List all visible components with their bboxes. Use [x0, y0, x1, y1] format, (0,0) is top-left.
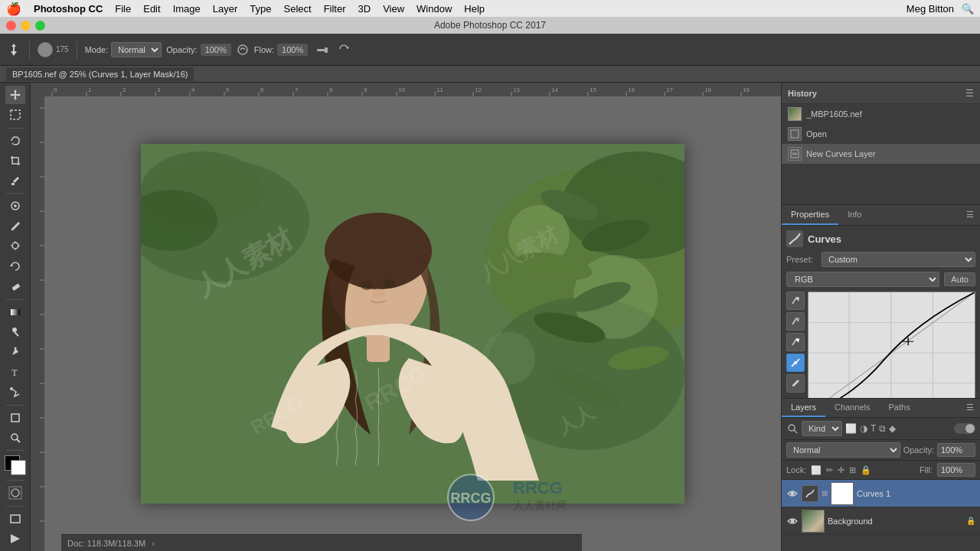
- menubar-right: Meg Bitton 🔍: [906, 3, 974, 15]
- crop-tool[interactable]: [5, 152, 25, 170]
- channel-select[interactable]: RGB Red Green Blue: [786, 272, 939, 287]
- flow-control: Flow: 100%: [254, 44, 308, 56]
- tab-layers[interactable]: Layers: [782, 399, 825, 417]
- spot-heal-tool[interactable]: [5, 197, 25, 215]
- shape-tool[interactable]: [5, 409, 25, 427]
- tab-channels[interactable]: Channels: [825, 399, 879, 417]
- pen-tool[interactable]: [5, 343, 25, 361]
- screen-mode[interactable]: [5, 509, 25, 527]
- lock-all-icon[interactable]: 🔒: [861, 465, 871, 475]
- brush-preview[interactable]: 175: [38, 42, 69, 57]
- nav-forward-icon[interactable]: ›: [152, 539, 155, 548]
- menu-help[interactable]: Help: [464, 3, 485, 15]
- blend-mode-select[interactable]: Normal: [786, 442, 900, 458]
- svg-rect-10: [11, 309, 20, 315]
- apple-menu[interactable]: 🍎: [6, 2, 21, 16]
- history-menu-icon[interactable]: ☰: [965, 88, 974, 99]
- airbrush-toggle[interactable]: [315, 43, 329, 57]
- svg-point-96: [361, 281, 373, 290]
- gradient-tool[interactable]: [5, 302, 25, 321]
- tab-properties[interactable]: Properties: [782, 205, 838, 225]
- zoom-tool[interactable]: [5, 429, 25, 447]
- fill-input[interactable]: 100%: [937, 463, 975, 477]
- layer-kind-select[interactable]: Kind: [802, 421, 842, 436]
- filter-smart-icon[interactable]: ◆: [889, 423, 896, 434]
- pressure-icon[interactable]: [236, 43, 250, 57]
- brush-tool[interactable]: [5, 217, 25, 235]
- tab-paths[interactable]: Paths: [880, 399, 920, 417]
- menu-window[interactable]: Window: [416, 3, 452, 15]
- clone-tool[interactable]: [5, 237, 25, 256]
- menu-view[interactable]: View: [383, 3, 404, 15]
- tool-selector[interactable]: [6, 42, 21, 57]
- search-icon[interactable]: 🔍: [962, 3, 974, 15]
- lock-artboard-icon[interactable]: ⊞: [849, 465, 856, 475]
- filter-shape-icon[interactable]: ⧉: [879, 423, 886, 434]
- selection-tool[interactable]: [5, 106, 25, 124]
- layers-menu-icon[interactable]: ☰: [960, 399, 980, 417]
- dodge-tool[interactable]: [5, 323, 25, 341]
- maximize-button[interactable]: [35, 21, 45, 31]
- filter-text-icon[interactable]: T: [871, 423, 876, 434]
- text-tool[interactable]: T: [5, 363, 25, 381]
- airbrush-icon: [315, 43, 329, 57]
- lock-move-icon[interactable]: ✛: [838, 465, 844, 475]
- layer-item-background[interactable]: Background 🔒: [782, 507, 980, 535]
- quick-mask-mode[interactable]: [5, 484, 25, 502]
- menu-3d[interactable]: 3D: [358, 3, 371, 15]
- layer-visibility-bg[interactable]: [786, 515, 799, 527]
- lock-transparent-icon[interactable]: ⬜: [811, 465, 822, 475]
- history-brush-tool[interactable]: [5, 257, 25, 276]
- sample-dark-btn[interactable]: [786, 292, 805, 310]
- mode-label: Mode:: [85, 45, 109, 54]
- menu-filter[interactable]: Filter: [324, 3, 346, 15]
- eraser-tool[interactable]: [5, 277, 25, 295]
- main-layout: T: [0, 83, 980, 551]
- auto-curves-button[interactable]: Auto: [944, 272, 975, 286]
- history-item-0[interactable]: _MBP1605.nef: [782, 104, 980, 124]
- menu-layer[interactable]: Layer: [213, 3, 238, 15]
- history-item-2[interactable]: New Curves Layer: [782, 144, 980, 164]
- mode-select[interactable]: Normal: [111, 42, 162, 57]
- prop-tabs: Properties Info ☰: [782, 205, 980, 226]
- minimize-button[interactable]: [21, 21, 31, 31]
- svg-text:3: 3: [157, 86, 161, 93]
- sample-mid-btn[interactable]: [786, 312, 805, 331]
- lt-sep-5: [6, 450, 24, 451]
- move-tool[interactable]: [5, 86, 25, 104]
- history-label-1: Open: [806, 129, 827, 139]
- pencil-curve-btn[interactable]: [786, 374, 805, 393]
- eyedropper-tool[interactable]: [5, 171, 25, 190]
- layer-visibility-curves[interactable]: [786, 487, 799, 500]
- filter-adjustment-icon[interactable]: ◑: [860, 423, 867, 434]
- menu-file[interactable]: File: [115, 3, 131, 15]
- close-button[interactable]: [6, 21, 16, 31]
- photo-canvas[interactable]: 人人素材 RRCG 八八素材 RRCG 人人: [141, 144, 684, 504]
- document-tab[interactable]: BP1605.nef @ 25% (Curves 1, Layer Mask/1…: [6, 67, 194, 81]
- menu-type[interactable]: Type: [250, 3, 271, 15]
- path-selection-tool[interactable]: [5, 383, 25, 402]
- on-image-adjustment-btn[interactable]: [786, 354, 805, 372]
- lock-brush-icon[interactable]: ✏: [826, 465, 833, 475]
- filter-pixel-icon[interactable]: ⬜: [845, 423, 857, 434]
- sample-light-btn[interactable]: [786, 333, 805, 351]
- history-title: History: [788, 89, 817, 98]
- curves-graph[interactable]: [808, 292, 975, 398]
- layer-filter-toggle[interactable]: [954, 423, 975, 434]
- opacity-input[interactable]: 100%: [937, 443, 975, 457]
- layer-item-curves[interactable]: ⊠ Curves 1: [782, 480, 980, 507]
- svg-point-139: [791, 491, 795, 495]
- lasso-tool[interactable]: [5, 131, 25, 149]
- history-item-1[interactable]: Open: [782, 124, 980, 144]
- properties-menu-icon[interactable]: ☰: [960, 205, 980, 225]
- preset-select[interactable]: Custom: [822, 252, 975, 267]
- menu-select[interactable]: Select: [283, 3, 311, 15]
- menu-edit[interactable]: Edit: [143, 3, 160, 15]
- svg-text:13: 13: [513, 86, 520, 93]
- tab-info[interactable]: Info: [838, 205, 871, 225]
- screen-mode-2[interactable]: [5, 530, 25, 548]
- color-picker[interactable]: [5, 455, 26, 475]
- rotate-tool[interactable]: [337, 42, 351, 57]
- menu-image[interactable]: Image: [173, 3, 201, 15]
- background-color[interactable]: [11, 460, 26, 475]
